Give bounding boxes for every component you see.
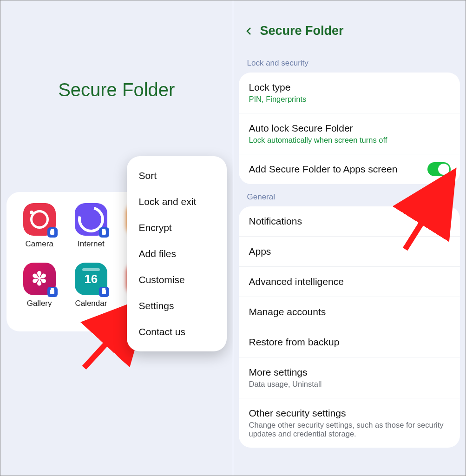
row-title: Notifications	[249, 216, 450, 227]
general-card: Notifications Apps Advanced intelligence…	[239, 206, 460, 448]
menu-lock-and-exit[interactable]: Lock and exit	[127, 189, 227, 215]
row-title: Restore from backup	[249, 337, 450, 348]
page-title: Secure Folder	[0, 79, 233, 100]
calendar-icon	[75, 263, 107, 295]
app-gallery[interactable]: Gallery	[16, 263, 63, 308]
secure-folder-settings-screen: Secure Folder Lock and security Lock typ…	[233, 0, 466, 476]
row-restore-backup[interactable]: Restore from backup	[239, 327, 460, 357]
menu-customise[interactable]: Customise	[127, 267, 227, 293]
row-title: Lock type	[249, 82, 450, 93]
row-sub: Data usage, Uninstall	[249, 380, 450, 389]
gallery-icon	[23, 263, 56, 295]
menu-contact-us[interactable]: Contact us	[127, 319, 227, 345]
app-label: Gallery	[27, 299, 52, 308]
back-button[interactable]	[244, 26, 254, 36]
toggle-add-to-apps[interactable]	[427, 162, 451, 176]
row-more-settings[interactable]: More settings Data usage, Uninstall	[239, 357, 460, 398]
row-title: Auto lock Secure Folder	[249, 123, 450, 134]
camera-icon	[23, 203, 56, 236]
section-label-general: General	[233, 184, 466, 206]
row-title: More settings	[249, 367, 450, 378]
app-camera[interactable]: Camera	[16, 203, 63, 249]
app-label: Calendar	[75, 299, 107, 308]
row-sub: Lock automatically when screen turns off	[249, 136, 450, 145]
row-lock-type[interactable]: Lock type PIN, Fingerprints	[239, 73, 460, 113]
row-title: Manage accounts	[249, 306, 450, 317]
menu-encrypt[interactable]: Encrypt	[127, 215, 227, 241]
row-other-security[interactable]: Other security settings Change other sec…	[239, 398, 460, 448]
lock-security-card: Lock type PIN, Fingerprints Auto lock Se…	[239, 73, 460, 184]
page-title: Secure Folder	[260, 24, 344, 38]
secure-folder-screen: Secure Folder Camera Internet . .	[0, 0, 233, 476]
lock-badge-icon	[99, 287, 109, 297]
menu-add-files[interactable]: Add files	[127, 241, 227, 267]
menu-settings[interactable]: Settings	[127, 293, 227, 319]
app-label: Internet	[78, 239, 105, 249]
row-add-to-apps[interactable]: Add Secure Folder to Apps screen	[239, 154, 460, 184]
app-internet[interactable]: Internet	[67, 203, 114, 249]
lock-badge-icon	[47, 227, 58, 238]
row-title: Apps	[249, 246, 450, 257]
row-advanced-intelligence[interactable]: Advanced intelligence	[239, 267, 460, 297]
row-title: Other security settings	[249, 408, 450, 419]
row-auto-lock[interactable]: Auto lock Secure Folder Lock automatical…	[239, 113, 460, 154]
internet-icon	[75, 203, 107, 236]
row-sub: PIN, Fingerprints	[249, 95, 450, 104]
lock-badge-icon	[47, 287, 58, 297]
lock-badge-icon	[99, 227, 109, 238]
row-title: Add Secure Folder to Apps screen	[249, 164, 450, 175]
app-label: Camera	[25, 239, 53, 249]
overflow-menu: Sort Lock and exit Encrypt Add files Cus…	[127, 156, 227, 351]
row-sub: Change other security settings, such as …	[249, 421, 450, 438]
row-title: Advanced intelligence	[249, 276, 450, 287]
section-label-lock: Lock and security	[233, 50, 466, 73]
row-manage-accounts[interactable]: Manage accounts	[239, 297, 460, 327]
menu-sort[interactable]: Sort	[127, 163, 227, 189]
app-calendar[interactable]: Calendar	[67, 263, 114, 308]
row-notifications[interactable]: Notifications	[239, 206, 460, 237]
row-apps[interactable]: Apps	[239, 237, 460, 267]
